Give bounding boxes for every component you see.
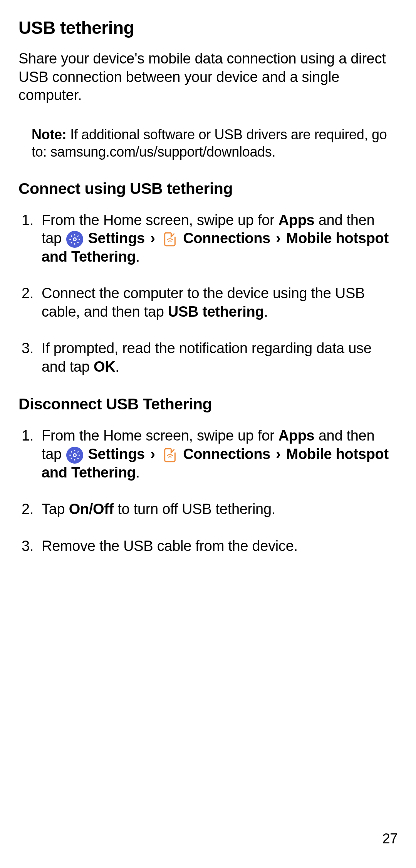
gear-icon bbox=[66, 231, 83, 248]
ok-label: OK bbox=[94, 359, 115, 375]
heading-disconnect: Disconnect USB Tethering bbox=[18, 395, 398, 413]
page-number: 27 bbox=[382, 831, 398, 847]
apps-label: Apps bbox=[278, 212, 315, 228]
chevron-right-icon: › bbox=[150, 230, 155, 246]
step-text: . bbox=[264, 304, 268, 320]
apps-label: Apps bbox=[278, 427, 315, 444]
on-off-label: On/Off bbox=[69, 501, 114, 517]
connections-icon bbox=[161, 447, 178, 464]
step-text: From the Home screen, swipe up for bbox=[42, 212, 278, 228]
step-text: From the Home screen, swipe up for bbox=[42, 427, 278, 444]
svg-point-0 bbox=[73, 238, 76, 241]
list-item: Remove the USB cable from the device. bbox=[18, 537, 398, 556]
settings-label: Settings bbox=[88, 230, 145, 246]
note-block: Note: If additional software or USB driv… bbox=[18, 126, 398, 160]
chevron-right-icon: › bbox=[276, 446, 280, 462]
connect-steps-list: From the Home screen, swipe up for Apps … bbox=[18, 211, 398, 376]
note-label: Note: bbox=[32, 127, 70, 142]
step-text: Remove the USB cable from the device. bbox=[42, 538, 298, 554]
step-text: . bbox=[136, 464, 140, 481]
heading-usb-tethering: USB tethering bbox=[18, 17, 398, 38]
svg-point-1 bbox=[73, 454, 76, 457]
connections-icon bbox=[161, 231, 178, 248]
list-item: Connect the computer to the device using… bbox=[18, 284, 398, 321]
list-item: If prompted, read the notification regar… bbox=[18, 339, 398, 376]
chevron-right-icon: › bbox=[276, 230, 280, 246]
intro-paragraph: Share your device's mobile data connecti… bbox=[18, 50, 398, 105]
step-text: . bbox=[136, 249, 140, 265]
chevron-right-icon: › bbox=[150, 446, 155, 462]
gear-icon bbox=[66, 447, 83, 464]
heading-connect: Connect using USB tethering bbox=[18, 180, 398, 198]
connections-label: Connections bbox=[183, 230, 270, 246]
connections-label: Connections bbox=[183, 446, 270, 462]
step-text: . bbox=[115, 359, 119, 375]
usb-tethering-label: USB tethering bbox=[168, 304, 264, 320]
settings-label: Settings bbox=[88, 446, 145, 462]
list-item: From the Home screen, swipe up for Apps … bbox=[18, 211, 398, 266]
list-item: Tap On/Off to turn off USB tethering. bbox=[18, 500, 398, 519]
step-text: to turn off USB tethering. bbox=[114, 501, 275, 517]
note-body-3: . bbox=[272, 144, 276, 160]
note-url: samsung.com/us/support/downloads bbox=[50, 144, 272, 160]
disconnect-steps-list: From the Home screen, swipe up for Apps … bbox=[18, 427, 398, 555]
step-text: If prompted, read the notification regar… bbox=[42, 340, 372, 375]
list-item: From the Home screen, swipe up for Apps … bbox=[18, 427, 398, 482]
step-text: Tap bbox=[42, 501, 69, 517]
